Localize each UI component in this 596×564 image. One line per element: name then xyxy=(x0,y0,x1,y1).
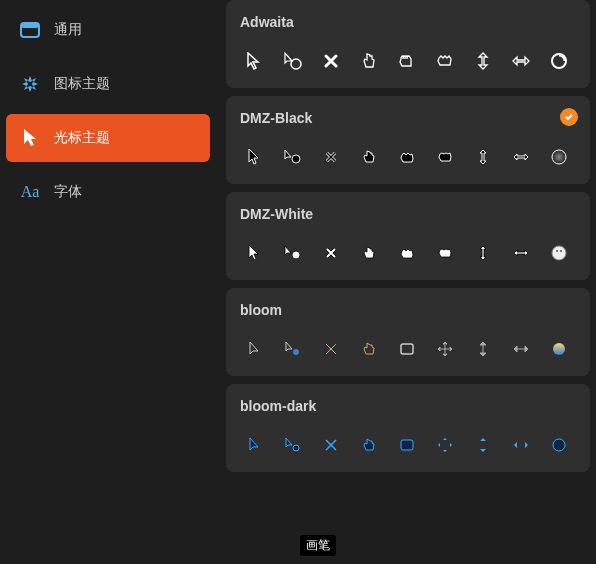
wait-cursor-icon xyxy=(548,50,570,72)
sidebar: 通用 图标主题 光标主题 Aa 字体 xyxy=(0,0,216,564)
arrow-cursor-icon xyxy=(244,146,266,168)
theme-card-adwaita[interactable]: Adwaita xyxy=(226,0,590,88)
theme-card-bloom[interactable]: bloom xyxy=(226,288,590,376)
theme-card-dmz-white[interactable]: DMZ-White xyxy=(226,192,590,280)
arrow-cursor-icon xyxy=(244,50,266,72)
wait-cursor-icon xyxy=(548,434,570,456)
cursor-preview-row xyxy=(240,434,576,456)
svg-point-10 xyxy=(293,349,299,355)
theme-title: DMZ-Black xyxy=(240,110,576,126)
sidebar-item-label: 光标主题 xyxy=(54,129,110,147)
cross-cursor-icon xyxy=(320,338,342,360)
svg-point-9 xyxy=(560,250,562,252)
busy-cursor-icon xyxy=(282,146,304,168)
hand-cursor-icon xyxy=(358,434,380,456)
resize-v-cursor-icon xyxy=(472,242,494,264)
svg-point-13 xyxy=(293,445,299,451)
hand-cursor-icon xyxy=(358,242,380,264)
svg-rect-14 xyxy=(401,440,413,450)
cursor-preview-row xyxy=(240,338,576,360)
cross-cursor-icon xyxy=(320,434,342,456)
theme-card-dmz-black[interactable]: DMZ-Black xyxy=(226,96,590,184)
theme-title: bloom-dark xyxy=(240,398,576,414)
resize-v-cursor-icon xyxy=(472,338,494,360)
grab-cursor-icon xyxy=(396,338,418,360)
move-cursor-icon xyxy=(434,434,456,456)
svg-rect-11 xyxy=(401,344,413,354)
resize-v-cursor-icon xyxy=(472,50,494,72)
grabbing-cursor-icon xyxy=(434,50,456,72)
hand-cursor-icon xyxy=(358,50,380,72)
cursor-preview-row xyxy=(240,242,576,264)
general-icon xyxy=(20,20,40,40)
busy-cursor-icon xyxy=(282,434,304,456)
font-icon: Aa xyxy=(20,182,40,202)
tooltip: 画笔 xyxy=(300,535,336,556)
sidebar-item-label: 通用 xyxy=(54,21,82,39)
arrow-cursor-icon xyxy=(244,242,266,264)
arrow-cursor-icon xyxy=(244,434,266,456)
arrow-cursor-icon xyxy=(244,338,266,360)
theme-card-bloom-dark[interactable]: bloom-dark xyxy=(226,384,590,472)
busy-cursor-icon xyxy=(282,242,304,264)
grab-cursor-icon xyxy=(396,434,418,456)
icon-theme-icon xyxy=(20,74,40,94)
grabbing-cursor-icon xyxy=(434,146,456,168)
resize-h-cursor-icon xyxy=(510,338,532,360)
cursor-preview-row xyxy=(240,50,576,72)
theme-title: Adwaita xyxy=(240,14,576,30)
sidebar-item-label: 字体 xyxy=(54,183,82,201)
svg-point-7 xyxy=(552,246,566,260)
theme-title: DMZ-White xyxy=(240,206,576,222)
hand-cursor-icon xyxy=(358,338,380,360)
svg-point-12 xyxy=(553,343,565,355)
busy-cursor-icon xyxy=(282,338,304,360)
move-cursor-icon xyxy=(434,338,456,360)
wait-cursor-icon xyxy=(548,146,570,168)
resize-h-cursor-icon xyxy=(510,146,532,168)
selected-checkmark-icon xyxy=(560,108,578,126)
cross-cursor-icon xyxy=(320,146,342,168)
sidebar-item-font[interactable]: Aa 字体 xyxy=(6,168,210,216)
cross-cursor-icon xyxy=(320,50,342,72)
grab-cursor-icon xyxy=(396,146,418,168)
resize-h-cursor-icon xyxy=(510,434,532,456)
wait-cursor-icon xyxy=(548,338,570,360)
svg-point-15 xyxy=(553,439,565,451)
grab-cursor-icon xyxy=(396,242,418,264)
hand-cursor-icon xyxy=(358,146,380,168)
svg-rect-1 xyxy=(21,23,39,28)
grab-cursor-icon xyxy=(396,50,418,72)
svg-point-2 xyxy=(291,59,301,69)
svg-point-8 xyxy=(556,250,558,252)
resize-v-cursor-icon xyxy=(472,434,494,456)
svg-point-4 xyxy=(292,155,300,163)
grabbing-cursor-icon xyxy=(434,242,456,264)
sidebar-item-cursor-theme[interactable]: 光标主题 xyxy=(6,114,210,162)
sidebar-item-label: 图标主题 xyxy=(54,75,110,93)
cursor-preview-row xyxy=(240,146,576,168)
svg-point-5 xyxy=(552,150,566,164)
sidebar-item-icon-theme[interactable]: 图标主题 xyxy=(6,60,210,108)
resize-v-cursor-icon xyxy=(472,146,494,168)
resize-h-cursor-icon xyxy=(510,242,532,264)
theme-title: bloom xyxy=(240,302,576,318)
resize-h-cursor-icon xyxy=(510,50,532,72)
wait-cursor-icon xyxy=(548,242,570,264)
theme-list: Adwaita DMZ-Black xyxy=(216,0,596,564)
cursor-theme-icon xyxy=(20,128,40,148)
cross-cursor-icon xyxy=(320,242,342,264)
svg-point-6 xyxy=(292,251,300,259)
sidebar-item-general[interactable]: 通用 xyxy=(6,6,210,54)
busy-cursor-icon xyxy=(282,50,304,72)
